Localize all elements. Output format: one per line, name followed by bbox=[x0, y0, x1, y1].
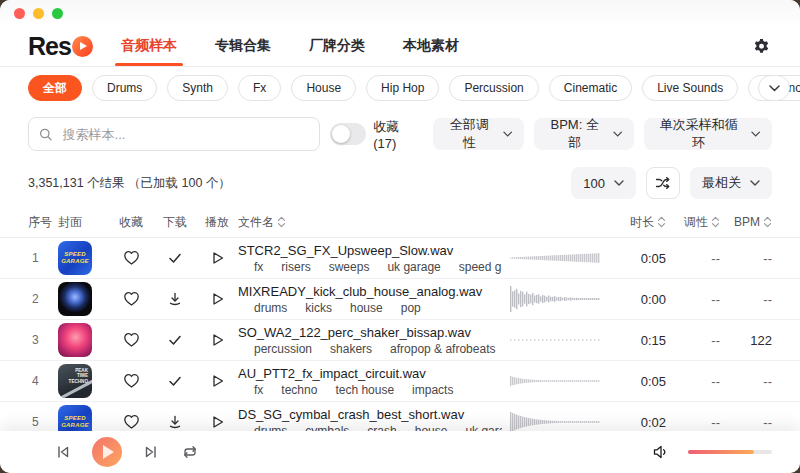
shuffle-icon bbox=[655, 176, 671, 190]
play-sample-button[interactable] bbox=[207, 370, 228, 392]
header-key-sort[interactable]: 调性 bbox=[684, 214, 720, 231]
duration-cell: 0:15 bbox=[641, 333, 666, 348]
sample-tag[interactable]: tech house bbox=[335, 383, 394, 397]
sample-tag[interactable]: fx bbox=[254, 260, 263, 274]
sample-tag[interactable]: house bbox=[350, 301, 383, 315]
waveform[interactable] bbox=[510, 325, 600, 355]
logo-play-icon bbox=[72, 36, 93, 57]
sample-tag[interactable]: kicks bbox=[305, 301, 332, 315]
zoom-window-button[interactable] bbox=[52, 8, 63, 19]
tab-label: 本地素材 bbox=[403, 37, 459, 55]
tab-local-assets[interactable]: 本地素材 bbox=[401, 26, 461, 66]
chevron-down-icon bbox=[503, 131, 512, 137]
sample-type-dropdown[interactable]: 单次采样和循环 bbox=[644, 118, 772, 150]
favorites-toggle[interactable] bbox=[330, 123, 366, 145]
heart-icon bbox=[123, 414, 140, 430]
page-size-dropdown[interactable]: 100 bbox=[571, 167, 636, 199]
search-input[interactable] bbox=[61, 126, 310, 143]
downloaded-indicator[interactable] bbox=[164, 247, 186, 269]
cover-art[interactable]: SPEED GARAGE bbox=[58, 241, 92, 275]
header-duration-sort[interactable]: 时长 bbox=[630, 214, 666, 231]
shuffle-button[interactable] bbox=[646, 167, 680, 199]
sample-tag[interactable]: percussion bbox=[254, 342, 312, 356]
key-filter-value: 全部调性 bbox=[445, 116, 494, 152]
sample-tag[interactable]: fx bbox=[254, 383, 263, 397]
chevron-down-icon bbox=[614, 180, 624, 186]
tab-audio-samples[interactable]: 音频样本 bbox=[119, 26, 179, 66]
cover-art[interactable] bbox=[58, 323, 92, 357]
play-sample-button[interactable] bbox=[207, 329, 228, 351]
cover-art[interactable] bbox=[58, 282, 92, 316]
genre-chip-drums[interactable]: Drums bbox=[92, 75, 157, 101]
favorite-button[interactable] bbox=[120, 411, 143, 433]
genre-chip-house[interactable]: House bbox=[291, 75, 356, 101]
sample-tag[interactable]: shakers bbox=[330, 342, 372, 356]
play-pause-button[interactable] bbox=[92, 437, 122, 467]
download-icon bbox=[167, 291, 183, 307]
genre-chip-percussion[interactable]: Percussion bbox=[449, 75, 538, 101]
previous-track-button[interactable] bbox=[52, 441, 74, 463]
app-header: Res 音频样本 专辑合集 厂牌分类 本地素材 bbox=[0, 26, 800, 67]
sort-dropdown[interactable]: 最相关 bbox=[690, 167, 772, 199]
row-index: 3 bbox=[28, 333, 58, 347]
download-button[interactable] bbox=[164, 411, 186, 433]
sample-tag[interactable]: impacts bbox=[412, 383, 453, 397]
search-icon bbox=[39, 127, 53, 142]
favorite-button[interactable] bbox=[120, 288, 143, 310]
genre-chip-fx[interactable]: Fx bbox=[238, 75, 281, 101]
genre-chip-cinematic[interactable]: Cinematic bbox=[549, 75, 632, 101]
download-button[interactable] bbox=[164, 288, 186, 310]
minimize-window-button[interactable] bbox=[33, 8, 44, 19]
next-track-button[interactable] bbox=[140, 441, 162, 463]
volume-slider[interactable] bbox=[688, 450, 772, 454]
genre-chip-live-sounds[interactable]: Live Sounds bbox=[642, 75, 738, 101]
sort-icon bbox=[711, 216, 720, 228]
repeat-icon bbox=[181, 444, 199, 460]
waveform[interactable] bbox=[510, 366, 600, 396]
cover-art-text: PEAK TIME TECHNO bbox=[58, 364, 92, 398]
sample-tag[interactable]: uk garage bbox=[387, 260, 440, 274]
tab-label: 厂牌分类 bbox=[309, 37, 365, 55]
header-filename-sort[interactable]: 文件名 bbox=[238, 214, 510, 231]
sample-tag[interactable]: techno bbox=[281, 383, 317, 397]
play-outline-icon bbox=[210, 332, 225, 348]
play-sample-button[interactable] bbox=[207, 411, 228, 433]
genre-chip-synth[interactable]: Synth bbox=[167, 75, 228, 101]
sample-tag[interactable]: afropop & afrobeats bbox=[390, 342, 495, 356]
tab-album-collections[interactable]: 专辑合集 bbox=[213, 26, 273, 66]
key-filter-dropdown[interactable]: 全部调性 bbox=[433, 118, 524, 150]
sample-tag[interactable]: risers bbox=[281, 260, 310, 274]
search-box[interactable] bbox=[28, 117, 320, 151]
play-outline-icon bbox=[210, 414, 225, 430]
row-index: 1 bbox=[28, 251, 58, 265]
settings-gear-icon[interactable] bbox=[751, 36, 772, 57]
bpm-cell: -- bbox=[763, 292, 772, 307]
key-cell: -- bbox=[711, 333, 720, 348]
volume-button[interactable] bbox=[649, 441, 674, 463]
play-sample-button[interactable] bbox=[207, 288, 228, 310]
header-bpm-sort[interactable]: BPM bbox=[734, 215, 772, 229]
favorite-button[interactable] bbox=[120, 329, 143, 351]
bpm-filter-dropdown[interactable]: BPM: 全部 bbox=[534, 118, 634, 150]
tab-label-categories[interactable]: 厂牌分类 bbox=[307, 26, 367, 66]
key-cell: -- bbox=[711, 415, 720, 430]
genre-chip-hip-hop[interactable]: Hip Hop bbox=[366, 75, 439, 101]
cover-art[interactable]: PEAK TIME TECHNO bbox=[58, 364, 92, 398]
expand-chips-button[interactable] bbox=[758, 75, 790, 101]
header-index: 序号 bbox=[28, 214, 58, 231]
sample-tag[interactable]: speed garage bbox=[459, 260, 502, 274]
repeat-button[interactable] bbox=[178, 441, 202, 463]
waveform[interactable] bbox=[510, 284, 600, 314]
downloaded-indicator[interactable] bbox=[164, 329, 186, 351]
logo-text: Res bbox=[28, 32, 71, 61]
play-sample-button[interactable] bbox=[207, 247, 228, 269]
sample-tag[interactable]: sweeps bbox=[329, 260, 370, 274]
favorite-button[interactable] bbox=[120, 247, 143, 269]
downloaded-indicator[interactable] bbox=[164, 370, 186, 392]
genre-chip-all-0[interactable]: 全部 bbox=[28, 75, 82, 101]
sample-tag[interactable]: drums bbox=[254, 301, 287, 315]
waveform[interactable] bbox=[510, 243, 600, 273]
sample-tag[interactable]: pop bbox=[401, 301, 421, 315]
close-window-button[interactable] bbox=[14, 8, 25, 19]
favorite-button[interactable] bbox=[120, 370, 143, 392]
